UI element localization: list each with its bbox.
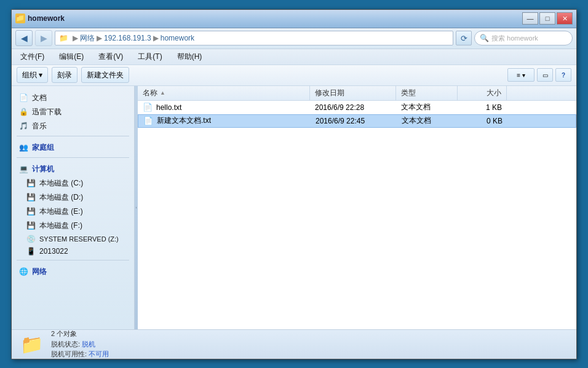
sidebar-divider-3 — [17, 260, 129, 260]
sidebar-item-drive-e[interactable]: 💾 本地磁盘 (E:) — [12, 205, 134, 219]
offline-label: 脱机状态: — [51, 340, 80, 348]
sidebar-label-2013022: 2013022 — [39, 247, 68, 256]
refresh-button[interactable]: ⟳ — [456, 31, 472, 45]
help-button[interactable]: ? — [555, 68, 571, 82]
file-name-hello: 📄 hello.txt — [138, 101, 310, 114]
sidebar-label-network: 网络 — [32, 267, 47, 277]
address-path[interactable]: 📁 ▶ 网络 ▶ 192.168.191.3 ▶ homework — [55, 31, 453, 45]
view-toggle-button[interactable]: ≡ ▾ — [507, 68, 534, 82]
minimize-button[interactable]: — — [522, 12, 538, 25]
sidebar-label-music: 音乐 — [32, 121, 47, 131]
folder-icon: 📁 — [59, 34, 68, 42]
file-row-new-txt[interactable]: 📄 新建文本文档.txt 2016/6/9 22:45 文本文档 0 KB — [138, 114, 576, 128]
sidebar-label-drive-c: 本地磁盘 (C:) — [39, 178, 83, 189]
folder-icon: 📄 — [19, 93, 28, 102]
file-name-new-txt: 📄 新建文本文档.txt — [138, 115, 311, 127]
sidebar-label-thunder: 迅雷下载 — [32, 107, 62, 117]
sidebar-label-drive-f: 本地磁盘 (F:) — [39, 221, 82, 231]
new-folder-button[interactable]: 新建文件夹 — [81, 67, 129, 83]
file-type-new-txt: 文本文档 — [397, 115, 458, 127]
sidebar-item-documents[interactable]: 📄 文档 — [12, 91, 134, 105]
sidebar-label-drive-e: 本地磁盘 (E:) — [39, 206, 83, 217]
file-date-new-txt: 2016/6/9 22:45 — [311, 115, 397, 127]
sidebar-section-network[interactable]: 🌐 网络 — [12, 263, 134, 279]
sidebar-label-computer: 计算机 — [32, 164, 54, 174]
file-size-hello: 1 KB — [458, 101, 507, 114]
txt-icon: 📄 — [143, 103, 153, 112]
network-icon: 🌐 — [19, 267, 28, 276]
status-info: 2 个对象 脱机状态: 脱机 脱机可用性: 不可用 — [51, 329, 109, 359]
sidebar-section-homegroup[interactable]: 👥 家庭组 — [12, 139, 134, 155]
menu-help[interactable]: 帮助(H) — [173, 50, 206, 63]
txt-icon: 📄 — [143, 116, 153, 125]
sidebar-label-drive-z: SYSTEM RESERVED (Z:) — [39, 235, 119, 243]
title-controls: — □ ✕ — [522, 12, 573, 25]
computer-icon: 💻 — [19, 165, 28, 173]
title-bar-left: 📁 homework — [15, 14, 65, 23]
sidebar-label-drive-d: 本地磁盘 (D:) — [39, 192, 83, 203]
drive-icon: 💾 — [26, 207, 36, 216]
device-icon: 📱 — [26, 247, 36, 256]
menu-edit[interactable]: 编辑(E) — [55, 50, 87, 63]
sidebar-label-documents: 文档 — [32, 93, 47, 103]
sidebar-label-homegroup: 家庭组 — [32, 143, 54, 153]
sidebar-item-drive-d[interactable]: 💾 本地磁盘 (D:) — [12, 190, 134, 205]
sort-arrow: ▲ — [160, 90, 165, 96]
burn-button[interactable]: 刻录 — [52, 67, 77, 83]
toolbar: 组织 ▾ 刻录 新建文件夹 ≡ ▾ ▭ ? — [12, 65, 576, 86]
offline-value: 脱机 — [82, 340, 95, 348]
col-header-type[interactable]: 类型 — [396, 86, 458, 100]
sidebar-item-music[interactable]: 🎵 音乐 — [12, 119, 134, 133]
file-name-text: 新建文本文档.txt — [157, 115, 211, 126]
status-offline: 脱机状态: 脱机 — [51, 339, 109, 350]
close-button[interactable]: ✕ — [557, 12, 573, 25]
search-box[interactable]: 🔍 搜索 homework — [474, 31, 573, 45]
sidebar-item-drive-z[interactable]: 💿 SYSTEM RESERVED (Z:) — [12, 233, 134, 245]
sidebar-section-computer[interactable]: 💻 计算机 — [12, 160, 134, 176]
file-list-header: 名称 ▲ 修改日期 类型 大小 — [138, 86, 576, 101]
file-size-new-txt: 0 KB — [458, 115, 507, 127]
forward-button[interactable]: ▶ — [35, 30, 52, 46]
status-available: 脱机可用性: 不可用 — [51, 349, 109, 359]
window-icon: 📁 — [15, 14, 25, 23]
title-bar: 📁 homework — □ ✕ — [12, 10, 576, 28]
lock-folder-icon: 🔒 — [19, 108, 28, 116]
content-area: 📄 文档 🔒 迅雷下载 🎵 音乐 👥 家庭组 💻 计算机 — [12, 86, 576, 329]
available-value: 不可用 — [89, 350, 109, 358]
window-title: homework — [28, 14, 65, 23]
file-list: 📄 hello.txt 2016/6/9 22:28 文本文档 1 KB 📄 新… — [138, 101, 576, 329]
right-pane: 名称 ▲ 修改日期 类型 大小 📄 hello.txt — [138, 86, 576, 329]
menu-bar: 文件(F) 编辑(E) 查看(V) 工具(T) 帮助(H) — [12, 49, 576, 65]
sidebar-divider-1 — [17, 136, 129, 136]
organize-button[interactable]: 组织 ▾ — [17, 67, 48, 83]
status-folder-icon: 📁 — [19, 333, 44, 355]
maximize-button[interactable]: □ — [539, 12, 555, 25]
col-header-name[interactable]: 名称 ▲ — [138, 86, 310, 100]
sidebar-item-drive-c[interactable]: 💾 本地磁盘 (C:) — [12, 176, 134, 190]
sidebar-item-drive-f[interactable]: 💾 本地磁盘 (F:) — [12, 219, 134, 233]
file-row-hello[interactable]: 📄 hello.txt 2016/6/9 22:28 文本文档 1 KB — [138, 101, 576, 114]
col-header-date[interactable]: 修改日期 — [310, 86, 396, 100]
menu-view[interactable]: 查看(V) — [95, 50, 127, 63]
preview-pane-button[interactable]: ▭ — [537, 68, 553, 82]
path-folder: homework — [161, 34, 194, 42]
menu-tools[interactable]: 工具(T) — [134, 50, 165, 63]
back-button[interactable]: ◀ — [15, 30, 33, 46]
cd-icon: 💿 — [26, 235, 36, 243]
col-header-size[interactable]: 大小 — [458, 86, 507, 100]
sidebar-item-2013022[interactable]: 📱 2013022 — [12, 245, 134, 257]
menu-file[interactable]: 文件(F) — [17, 50, 48, 63]
drive-icon: 💾 — [26, 221, 36, 230]
path-network: 网络 — [80, 33, 95, 44]
drive-icon: 💾 — [26, 193, 36, 202]
file-name-text: hello.txt — [156, 103, 181, 112]
toolbar-right: ≡ ▾ ▭ ? — [507, 68, 571, 82]
address-bar: ◀ ▶ 📁 ▶ 网络 ▶ 192.168.191.3 ▶ homework ⟳ … — [12, 28, 576, 49]
homegroup-icon: 👥 — [19, 143, 28, 152]
sidebar-item-thunder[interactable]: 🔒 迅雷下载 — [12, 105, 134, 119]
path-ip: 192.168.191.3 — [104, 34, 151, 42]
music-icon: 🎵 — [19, 122, 28, 130]
status-bar: 📁 2 个对象 脱机状态: 脱机 脱机可用性: 不可用 — [12, 329, 576, 359]
sidebar-divider-2 — [17, 157, 129, 158]
file-date-hello: 2016/6/9 22:28 — [310, 101, 396, 114]
